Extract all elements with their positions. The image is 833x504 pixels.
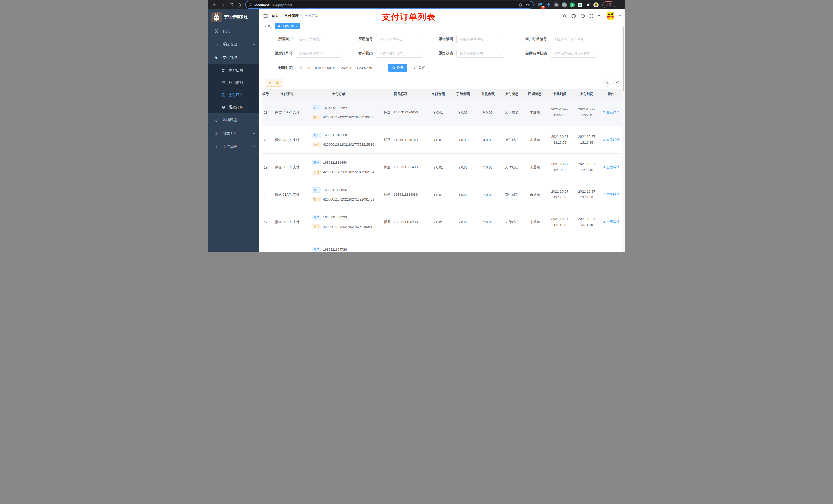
cell-id: 19	[262, 165, 273, 169]
search-icon	[606, 81, 609, 85]
cell-channel: 微信 JSAPI 支付	[273, 165, 302, 170]
chevron-down-icon	[253, 145, 255, 148]
export-button[interactable]: 导出	[265, 79, 283, 87]
extension-badge: 10	[541, 6, 545, 9]
channel-code-select[interactable]	[456, 35, 504, 43]
view-detail-link[interactable]: 查看详情	[602, 138, 620, 142]
range-end: 2021-10-31 23:59:59	[341, 66, 372, 70]
sidebar-item-workflow[interactable]: 工作流程	[208, 140, 260, 153]
merchant-input[interactable]	[296, 35, 341, 43]
merchant-order-no-input[interactable]	[550, 35, 596, 43]
notify-status-select[interactable]	[550, 49, 596, 57]
bookmark-star-icon[interactable]	[526, 3, 530, 7]
sidebar-logo[interactable]: 芋道管理系统	[208, 9, 260, 24]
reset-button[interactable]: 重置	[410, 64, 429, 72]
sidebar-item-pay[interactable]: ¥ 支付管理	[208, 51, 260, 64]
kite-extension-icon[interactable]	[546, 2, 551, 8]
table-row[interactable]: 17 微信 JSAPI 支付 商户1635311468233 支付4200001…	[262, 209, 623, 236]
breadcrumb-home[interactable]: 首页	[271, 14, 279, 18]
url-bar[interactable]: localhost:1024/pay/order	[246, 1, 533, 8]
avatar[interactable]	[606, 12, 614, 20]
sidebar-item-label: 系统管理	[222, 42, 253, 47]
refresh-table-button[interactable]	[614, 79, 621, 87]
merchant-order-no: 1635312124657	[323, 106, 347, 110]
table-row[interactable]: 19 微信 JSAPI 支付 商户1635311881440 支付4200001…	[262, 154, 623, 181]
cell-pay-order: 商户1635311881440 支付4200001173202110272847…	[302, 160, 376, 175]
cell-status: 支付成功	[500, 110, 523, 115]
extensions-puzzle-icon[interactable]	[585, 2, 591, 8]
table-row[interactable]: 18 微信 JSAPI 支付 商户1635311823086 支付4200001…	[262, 181, 623, 209]
view-detail-link[interactable]: 查看详情	[602, 220, 620, 224]
tab-manager-extension-icon[interactable]: 10	[538, 2, 543, 8]
forward-icon[interactable]	[219, 1, 227, 9]
app-select[interactable]	[376, 35, 422, 43]
chat-extension-icon[interactable]	[577, 2, 583, 8]
emoji-extension-icon[interactable]	[593, 2, 599, 8]
cell-id: 18	[262, 193, 273, 197]
table-row[interactable]: 21 微信 JSAPI 支付 商户1635312124657 支付4200001…	[262, 99, 623, 126]
sidebar-item-home[interactable]: 首页	[208, 24, 260, 38]
sidebar-toggle-icon[interactable]	[263, 14, 268, 19]
search-icon	[602, 138, 605, 141]
merchant-tag: 商户	[312, 188, 321, 193]
back-icon[interactable]	[211, 1, 218, 9]
channel-order-no-input[interactable]	[296, 49, 341, 57]
merchant-tag: 商户	[312, 105, 321, 111]
view-detail-link[interactable]: 查看详情	[602, 192, 620, 197]
cell-fee: ¥ 0.00	[451, 165, 475, 169]
cell-notify: 未通知	[523, 165, 546, 170]
table-row[interactable]: 20 微信 JSAPI 支付 商户1635311949168 支付4200001…	[262, 126, 623, 154]
sidebar-item-refund-order[interactable]: 退款订单	[208, 101, 260, 114]
browser-menu-icon[interactable]: ⋮	[617, 3, 622, 7]
tab-close-icon[interactable]: ×	[296, 23, 298, 29]
avatar-caret-icon[interactable]	[619, 15, 621, 17]
fullscreen-icon[interactable]	[589, 14, 594, 18]
chrome-update-button[interactable]: 更新	[602, 1, 615, 8]
reload-icon[interactable]	[227, 1, 235, 9]
sidebar-item-label: 应用信息	[229, 80, 243, 85]
refund-status-select[interactable]	[456, 49, 504, 57]
scrollbar-thumb[interactable]	[623, 27, 624, 91]
chevron-down-icon	[253, 132, 255, 135]
tab-home[interactable]: 首页	[262, 23, 274, 29]
tab-pay-order[interactable]: 支付订单 ×	[276, 23, 300, 29]
breadcrumb-pay[interactable]: 支付管理	[284, 14, 299, 18]
cell-created-time: 2021-10-2713:11:08	[546, 216, 573, 228]
share-icon[interactable]	[519, 3, 522, 7]
command-extension-icon[interactable]: ⌘	[553, 2, 559, 8]
cell-fee: ¥ 0.00	[451, 220, 475, 224]
font-size-icon[interactable]: TT	[598, 14, 602, 18]
cell-id: 21	[262, 111, 273, 115]
sidebar-item-app-info[interactable]: 应用信息	[208, 77, 260, 89]
view-detail-link[interactable]: 查看详情	[602, 110, 620, 115]
range-start: 2021-10-01 00:00:00	[305, 66, 336, 70]
col-header-created: 创建时间	[546, 92, 573, 96]
cell-pay-order: 商户1635311468233 支付4200001194202110276752…	[302, 215, 376, 230]
dot-extension-icon[interactable]	[562, 2, 567, 8]
site-info-icon[interactable]	[249, 3, 252, 7]
filter-label-channel-code: 渠道编码	[422, 35, 456, 43]
search-button[interactable]: 搜索	[388, 64, 407, 72]
sidebar-item-system[interactable]: 系统管理	[208, 38, 260, 51]
home-icon[interactable]	[235, 1, 243, 9]
sidebar-item-pay-order[interactable]: ¥ 支付订单	[208, 89, 260, 101]
page-scrollbar[interactable]	[622, 9, 625, 252]
create-time-range-picker[interactable]: 2021-10-01 00:00:00 - 2021-10-31 23:59:5…	[296, 64, 386, 72]
search-icon[interactable]	[563, 14, 567, 18]
help-icon[interactable]	[580, 14, 585, 18]
cell-notify: 未通知	[523, 220, 546, 224]
pay-status-select[interactable]	[376, 49, 422, 57]
app-title: 芋道管理系统	[224, 15, 248, 20]
sidebar-item-infra[interactable]: 基础设施	[208, 114, 260, 127]
chevron-down-icon	[253, 119, 255, 122]
sidebar-item-devtools[interactable]: 研发工具	[208, 127, 260, 140]
y-extension-icon[interactable]: y	[569, 2, 575, 8]
cell-paid-time: 2021-10-2713:11:15	[573, 216, 600, 228]
view-detail-link[interactable]: 查看详情	[602, 165, 620, 170]
table-row[interactable]: 商户1635311354726	[262, 236, 623, 252]
sidebar-item-merchant-info[interactable]: 商户信息	[208, 64, 260, 77]
github-icon[interactable]	[571, 14, 576, 19]
cell-pay-order: 商户1635311354726	[302, 247, 376, 252]
toggle-search-button[interactable]	[603, 79, 611, 87]
svg-text:¥: ¥	[222, 94, 224, 96]
